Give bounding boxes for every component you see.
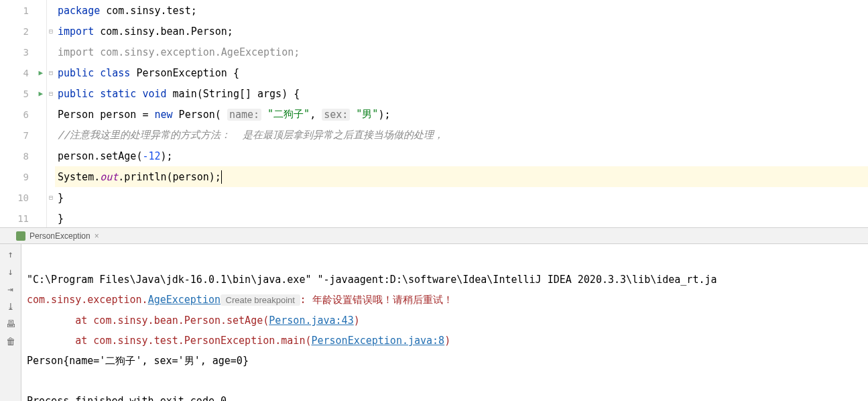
run-class-icon[interactable]: ▶: [38, 68, 43, 77]
stdout-line: Person{name='二狗子', sex='男', age=0}: [27, 355, 249, 367]
scroll-to-end-icon[interactable]: ⤓: [5, 300, 17, 312]
param-hint: name:: [227, 109, 261, 121]
code-line[interactable]: //注意我这里的处理异常的方式方法： 是在最顶层拿到异常之后直接当场做的处理，: [55, 125, 868, 146]
console-output[interactable]: "C:\Program Files\Java\jdk-16.0.1\bin\ja…: [21, 244, 868, 401]
code-line[interactable]: Person person = new Person( name: "二狗子",…: [55, 104, 868, 125]
code-line[interactable]: import com.sinsy.bean.Person;: [55, 21, 868, 42]
run-tab-bar: PersonException ×: [0, 228, 868, 244]
caret: [221, 170, 222, 184]
stack-frame: at com.sinsy.bean.Person.setAge(Person.j…: [27, 314, 360, 327]
down-stack-icon[interactable]: ↓: [5, 266, 17, 278]
line-number[interactable]: 7: [0, 125, 46, 146]
source-link[interactable]: Person.java:43: [269, 314, 353, 327]
line-number[interactable]: 3: [0, 42, 46, 62]
code-editor[interactable]: package com.sinsy.test; import com.sinsy…: [55, 0, 868, 227]
code-line[interactable]: import com.sinsy.exception.AgeException;: [55, 42, 868, 62]
fold-icon[interactable]: ⊟: [47, 62, 55, 83]
console-toolbar: ↑ ↓ ⇥ ⤓ 🖶 🗑: [0, 244, 21, 401]
run-config-icon: [16, 231, 25, 241]
console-cmd: "C:\Program Files\Java\jdk-16.0.1\bin\ja…: [27, 274, 717, 286]
line-number[interactable]: 1: [0, 0, 46, 21]
code-line[interactable]: }: [55, 208, 868, 229]
line-number[interactable]: 10: [0, 187, 46, 208]
up-stack-icon[interactable]: ↑: [5, 248, 17, 260]
run-tab-label[interactable]: PersonException: [29, 231, 90, 241]
close-tab-icon[interactable]: ×: [95, 231, 99, 241]
line-number[interactable]: 2: [0, 21, 46, 42]
line-number[interactable]: 6: [0, 104, 46, 125]
soft-wrap-icon[interactable]: ⇥: [5, 283, 17, 295]
param-hint: sex:: [322, 109, 350, 121]
code-line[interactable]: public static void main(String[] args) {: [55, 83, 868, 104]
fold-column: ⊟ ⊟ ⊟ ⊟: [47, 0, 55, 227]
line-gutter: 1 2 3 4▶ 5▶ 6 7 8 9 10 11: [0, 0, 47, 227]
fold-icon[interactable]: ⊟: [47, 83, 55, 104]
code-line-current[interactable]: System.out.println(person);: [55, 166, 868, 187]
source-link[interactable]: PersonException.java:8: [311, 335, 444, 347]
code-line[interactable]: public class PersonException {: [55, 62, 868, 83]
create-breakpoint-hint[interactable]: Create breakpoint: [221, 294, 300, 306]
fold-icon[interactable]: ⊟: [47, 21, 55, 42]
line-number[interactable]: 4▶: [0, 62, 46, 83]
fold-end-icon[interactable]: ⊟: [47, 187, 55, 208]
run-main-icon[interactable]: ▶: [38, 89, 43, 98]
stack-frame: at com.sinsy.test.PersonException.main(P…: [27, 335, 450, 347]
code-line[interactable]: person.setAge(-12);: [55, 146, 868, 166]
line-number[interactable]: 5▶: [0, 83, 46, 104]
exit-line: Process finished with exit code 0: [27, 395, 227, 401]
exception-line: com.sinsy.exception.AgeException: [27, 294, 221, 306]
line-number[interactable]: 8: [0, 146, 46, 166]
exception-class-link[interactable]: AgeException: [148, 294, 221, 306]
editor-area: 1 2 3 4▶ 5▶ 6 7 8 9 10 11 ⊟ ⊟ ⊟ ⊟ packag…: [0, 0, 868, 228]
code-line[interactable]: package com.sinsy.test;: [55, 0, 868, 21]
print-icon[interactable]: 🖶: [5, 318, 17, 330]
console-panel: ↑ ↓ ⇥ ⤓ 🖶 🗑 "C:\Program Files\Java\jdk-1…: [0, 244, 868, 401]
exception-message: : 年龄设置错误哦！请稍后重试！: [300, 294, 453, 306]
clear-icon[interactable]: 🗑: [5, 335, 17, 347]
line-number[interactable]: 9: [0, 166, 46, 187]
line-number[interactable]: 11: [0, 208, 46, 229]
code-line[interactable]: }: [55, 187, 868, 208]
